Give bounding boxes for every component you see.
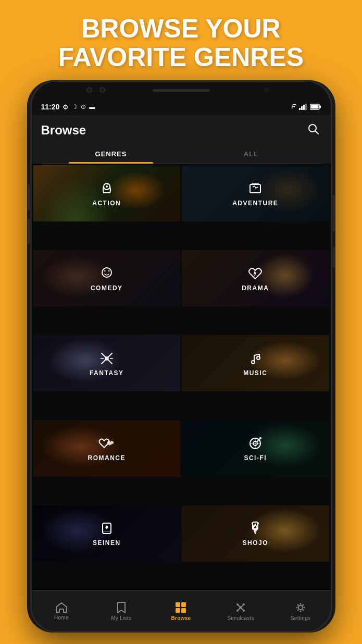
svg-point-19 <box>252 361 255 364</box>
fantasy-genre-icon <box>98 350 115 367</box>
comedy-genre-icon <box>98 265 116 282</box>
page-title: BROWSE YOUR FAVORITE GENRES <box>16 15 346 72</box>
status-bar: 11:20 ⚙ ☽ ⊙ ▬ <box>32 98 331 115</box>
svg-point-34 <box>236 603 239 605</box>
nav-label-browse: Browse <box>171 615 191 621</box>
home-icon <box>55 602 68 613</box>
svg-rect-6 <box>319 106 321 108</box>
battery-icon <box>310 104 321 110</box>
svg-point-10 <box>106 185 108 188</box>
power-button <box>333 195 335 231</box>
svg-point-25 <box>259 437 261 439</box>
genre-label-shojo: SHOJO <box>242 539 268 547</box>
genre-label-adventure: ADVENTURE <box>232 200 278 207</box>
svg-rect-33 <box>181 608 186 613</box>
tab-all[interactable]: ALL <box>181 145 321 163</box>
svg-point-44 <box>297 604 299 605</box>
svg-rect-31 <box>181 602 186 607</box>
sd-icon: ▬ <box>89 104 95 110</box>
scifi-genre-icon <box>247 435 264 452</box>
genre-content-shojo: SHOJO <box>182 505 329 562</box>
svg-point-45 <box>302 609 304 611</box>
page-header: BROWSE YOUR FAVORITE GENRES <box>0 0 362 80</box>
browse-icon <box>174 601 187 614</box>
svg-rect-12 <box>252 183 259 184</box>
nav-label-settings: Settings <box>291 615 311 621</box>
svg-point-41 <box>300 610 302 612</box>
nav-item-home[interactable]: Home <box>32 598 92 625</box>
genre-card-music[interactable]: MUSIC <box>182 335 329 391</box>
genre-label-music: MUSIC <box>243 369 267 377</box>
genre-card-action[interactable]: ACTION <box>33 165 181 221</box>
camera-left-icon <box>86 87 92 93</box>
svg-point-40 <box>300 603 302 604</box>
status-time: 11:20 <box>41 103 60 111</box>
svg-point-38 <box>240 606 242 609</box>
bottom-nav: Home My Lists Browse <box>32 590 331 631</box>
search-button[interactable] <box>306 121 321 139</box>
genre-card-drama[interactable]: DRAMA <box>182 250 329 306</box>
signal-icon <box>299 104 307 110</box>
wifi-icon <box>288 104 296 110</box>
genre-label-comedy: COMEDY <box>91 284 123 292</box>
nav-item-browse[interactable]: Browse <box>151 597 211 625</box>
genre-card-shojo[interactable]: SHOJO <box>182 505 329 562</box>
settings-nav-icon <box>294 601 307 614</box>
genre-content-romance: ROMANCE <box>33 420 181 477</box>
genre-label-scifi: SCI-FI <box>244 454 267 462</box>
drama-genre-icon <box>247 265 264 282</box>
volume-button-up <box>28 184 30 210</box>
svg-rect-32 <box>176 608 180 613</box>
svg-rect-3 <box>305 104 307 110</box>
genre-content-drama: DRAMA <box>182 250 329 306</box>
svg-point-37 <box>243 610 245 612</box>
shojo-genre-icon <box>247 520 264 537</box>
camera-right-icon <box>99 87 105 93</box>
nav-item-my-lists[interactable]: My Lists <box>91 597 151 625</box>
svg-rect-1 <box>301 106 303 110</box>
svg-point-20 <box>257 356 260 360</box>
genre-content-seinen: SEINEN <box>33 505 181 562</box>
tabs: GENRES ALL <box>41 145 321 164</box>
genre-label-romance: ROMANCE <box>88 454 126 462</box>
genre-card-fantasy[interactable]: FANTASY <box>33 335 181 391</box>
nav-item-simulcasts[interactable]: Simulcasts <box>211 597 271 625</box>
search-icon <box>308 123 319 135</box>
genres-grid: ACTION ADVENTURE <box>32 164 331 590</box>
front-camera-icon <box>265 88 268 92</box>
svg-rect-11 <box>250 184 260 193</box>
svg-point-43 <box>304 606 305 608</box>
svg-point-13 <box>102 268 111 277</box>
genre-card-seinen[interactable]: SEINEN <box>33 505 181 562</box>
settings-icon: ⚙ <box>63 103 69 111</box>
genre-card-romance[interactable]: ROMANCE <box>33 420 181 477</box>
app-title: Browse <box>41 123 86 138</box>
svg-rect-5 <box>310 105 318 109</box>
nav-label-simulcasts: Simulcasts <box>228 615 254 621</box>
nav-label-my-lists: My Lists <box>111 615 131 621</box>
music-genre-icon <box>247 350 264 367</box>
action-genre-icon <box>98 180 115 197</box>
adventure-genre-icon <box>247 180 264 197</box>
genre-card-comedy[interactable]: COMEDY <box>33 250 181 306</box>
tab-genres[interactable]: GENRES <box>41 145 181 163</box>
simulcasts-icon <box>234 601 247 614</box>
genre-label-drama: DRAMA <box>242 284 269 292</box>
genre-card-scifi[interactable]: SCI-FI <box>182 420 329 477</box>
genre-card-adventure[interactable]: ADVENTURE <box>182 165 329 221</box>
nav-label-home: Home <box>54 615 69 621</box>
svg-point-35 <box>243 603 245 605</box>
genre-content-music: MUSIC <box>182 335 329 391</box>
genre-content-action: ACTION <box>33 165 181 221</box>
moon-icon: ☽ <box>72 103 78 110</box>
volume-button-down <box>28 218 30 244</box>
genre-content-comedy: COMEDY <box>33 250 181 306</box>
svg-line-8 <box>315 131 318 134</box>
svg-point-46 <box>297 609 299 611</box>
nav-item-settings[interactable]: Settings <box>271 597 331 625</box>
svg-point-47 <box>302 604 304 605</box>
phone-notch <box>32 82 331 98</box>
fingerprint-button <box>333 247 335 268</box>
svg-point-39 <box>298 605 303 610</box>
genre-label-seinen: SEINEN <box>93 539 121 547</box>
